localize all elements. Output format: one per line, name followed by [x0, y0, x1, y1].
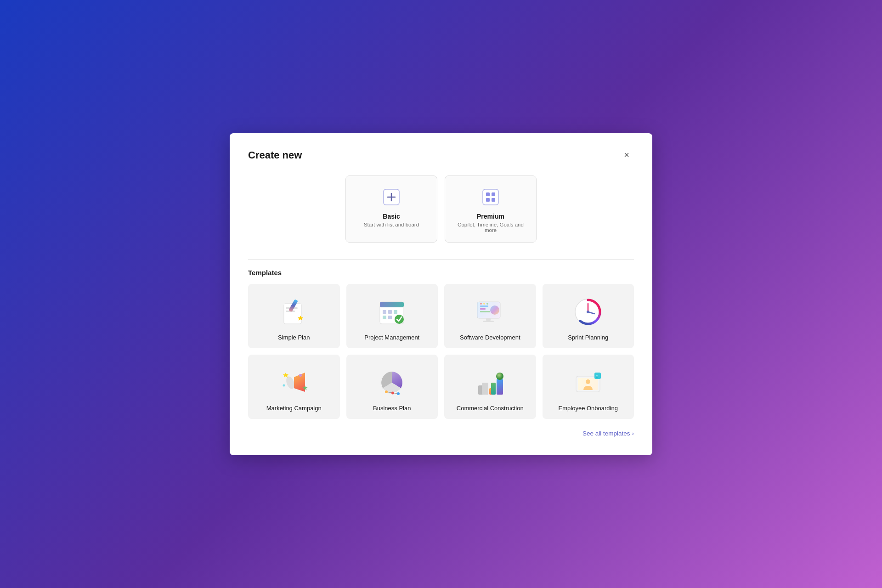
sprint-planning-icon — [571, 295, 605, 328]
svg-rect-57 — [597, 376, 598, 378]
svg-rect-24 — [480, 308, 486, 310]
business-plan-icon — [375, 366, 408, 399]
svg-rect-50 — [491, 383, 496, 395]
svg-point-55 — [586, 379, 590, 384]
software-development-icon — [474, 295, 507, 328]
template-card-sprint-planning[interactable]: Sprint Planning — [543, 284, 634, 348]
chevron-right-icon: › — [632, 430, 634, 437]
basic-plan-desc: Start with list and board — [364, 222, 419, 227]
svg-rect-29 — [486, 318, 491, 321]
template-card-software-development[interactable]: Software Development — [444, 284, 536, 348]
svg-marker-38 — [283, 373, 288, 378]
svg-rect-25 — [480, 311, 490, 312]
template-name-business-plan: Business Plan — [373, 405, 411, 412]
svg-point-40 — [299, 374, 302, 377]
premium-plan-card[interactable]: Premium Copilot, Timeline, Goals and mor… — [445, 175, 537, 243]
template-name-software-development: Software Development — [460, 334, 520, 341]
svg-rect-5 — [492, 192, 495, 196]
basic-plan-name: Basic — [383, 213, 400, 220]
template-card-project-management[interactable]: Project Management — [346, 284, 438, 348]
template-name-commercial-construction: Commercial Construction — [457, 405, 524, 412]
see-all-label: See all templates — [582, 430, 630, 437]
dialog-title: Create new — [248, 149, 302, 161]
svg-rect-23 — [480, 305, 488, 307]
template-name-employee-onboarding: Employee Onboarding — [559, 405, 618, 412]
plan-options-row: Basic Start with list and board Premium … — [248, 175, 634, 243]
template-name-simple-plan: Simple Plan — [278, 334, 310, 341]
svg-point-27 — [483, 303, 485, 305]
svg-point-36 — [587, 311, 589, 313]
svg-rect-6 — [486, 198, 490, 202]
svg-point-31 — [490, 305, 499, 315]
see-all-row: See all templates › — [248, 430, 634, 437]
svg-rect-18 — [383, 316, 386, 319]
premium-plan-name: Premium — [477, 213, 504, 220]
svg-rect-3 — [483, 189, 498, 205]
see-all-templates-button[interactable]: See all templates › — [582, 430, 634, 437]
svg-rect-56 — [594, 373, 601, 379]
svg-point-20 — [395, 315, 404, 324]
svg-rect-17 — [394, 310, 397, 314]
premium-icon — [481, 187, 501, 207]
close-button[interactable]: × — [619, 148, 634, 163]
templates-section-label: Templates — [248, 269, 634, 277]
svg-rect-30 — [483, 321, 494, 322]
project-management-icon — [375, 295, 408, 328]
svg-rect-15 — [383, 310, 386, 314]
svg-point-44 — [385, 390, 388, 393]
svg-rect-16 — [388, 310, 392, 314]
svg-point-52 — [496, 373, 503, 380]
svg-point-41 — [283, 384, 285, 386]
svg-rect-51 — [497, 379, 503, 395]
svg-point-26 — [480, 303, 482, 305]
svg-rect-48 — [482, 383, 488, 395]
svg-point-46 — [397, 392, 400, 395]
svg-rect-19 — [388, 316, 392, 319]
employee-onboarding-icon — [571, 366, 605, 399]
template-name-marketing-campaign: Marketing Campaign — [266, 405, 322, 412]
dialog-header: Create new × — [248, 148, 634, 163]
commercial-construction-icon — [474, 366, 507, 399]
template-name-project-management: Project Management — [364, 334, 419, 341]
template-card-commercial-construction[interactable]: Commercial Construction — [444, 355, 536, 419]
create-new-dialog: Create new × Basic Start with list and b… — [230, 133, 652, 455]
template-name-sprint-planning: Sprint Planning — [568, 334, 608, 341]
svg-point-45 — [391, 391, 394, 394]
svg-point-28 — [486, 303, 488, 305]
marketing-campaign-icon — [277, 366, 311, 399]
template-card-employee-onboarding[interactable]: Employee Onboarding — [543, 355, 634, 419]
svg-rect-4 — [486, 192, 490, 196]
templates-grid: Simple Plan — [248, 284, 634, 419]
template-card-simple-plan[interactable]: Simple Plan — [248, 284, 340, 348]
plus-icon — [381, 187, 401, 207]
template-card-marketing-campaign[interactable]: Marketing Campaign — [248, 355, 340, 419]
svg-rect-14 — [380, 302, 404, 307]
section-divider — [248, 259, 634, 260]
premium-plan-desc: Copilot, Timeline, Goals and more — [454, 222, 527, 233]
template-card-business-plan[interactable]: Business Plan — [346, 355, 438, 419]
svg-rect-7 — [492, 198, 495, 202]
basic-plan-card[interactable]: Basic Start with list and board — [345, 175, 437, 243]
simple-plan-icon — [277, 295, 311, 328]
